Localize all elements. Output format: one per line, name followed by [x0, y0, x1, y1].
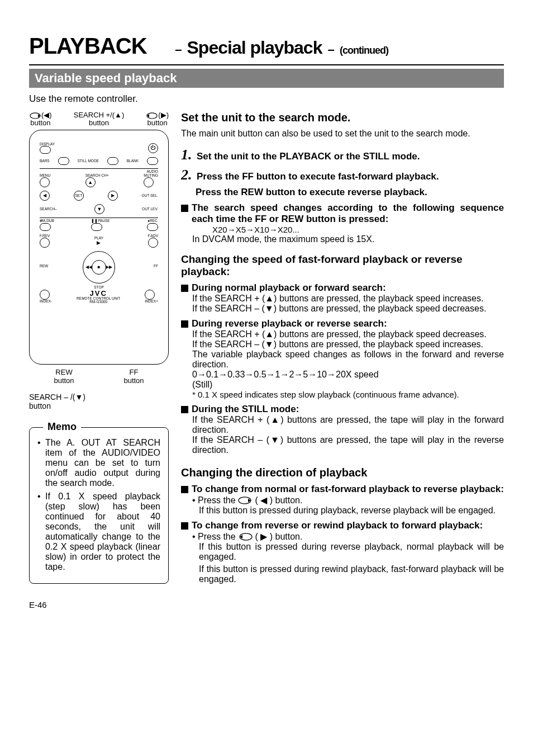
rc-rew: REW [40, 264, 48, 268]
blk3b: If the SEARCH – (▼) buttons are pressed,… [192, 339, 504, 349]
dvcam-note: In DVCAM mode, the maximum speed is 15X. [192, 234, 504, 244]
rc-indexm-btn [40, 290, 50, 300]
bullet-square-icon [181, 486, 188, 493]
rc-menu-btn [40, 177, 50, 187]
rc-stop: STOP [40, 286, 158, 290]
shuttle-left-icon [238, 497, 253, 504]
rc-blank-btn [147, 157, 158, 165]
rc-right-btn: ▶ [108, 191, 118, 201]
rc-left-btn: ◀ [40, 191, 50, 201]
rc-indexp: INDEX+ [145, 300, 158, 304]
blk6a: • Press the ( ▶ ) button. [192, 531, 504, 542]
step-2: 2. Press the FF button to execute fast-f… [181, 167, 504, 183]
block-to-reverse: To change from normal or fast-forward pl… [181, 484, 504, 495]
rc-outlev: OUT LEV. [142, 207, 158, 211]
section-bar: Variable speed playback [29, 69, 504, 88]
block-reverse: During reverse playback or reverse searc… [181, 318, 504, 329]
lbl-rew-1: REW [55, 368, 72, 376]
rc-indexm: INDEX- [40, 300, 52, 304]
title-sep1: – [175, 42, 181, 56]
rc-frev: F.REV [40, 234, 50, 238]
blk2b: If the SEARCH – (▼) buttons are pressed,… [192, 304, 504, 314]
step-1-text: Set the unit to the PLAYBACK or the STIL… [197, 151, 420, 162]
sm-l1: SEARCH – /(▼) [29, 393, 85, 401]
rc-rec: REC [150, 219, 158, 223]
rc-display: DISPLAY [40, 143, 55, 147]
block-to-forward: To change from reverse or rewind playbac… [181, 520, 504, 531]
rc-pause: PAUSE [98, 219, 110, 223]
rc-stillmode-btn [107, 157, 118, 165]
step-2b-text: Press the REW button to execute reverse … [196, 187, 504, 198]
lbl-right-name: button [147, 119, 168, 127]
shuttle-left-icon [29, 112, 41, 119]
intro-text: Use the remote controller. [29, 93, 504, 105]
page-number: E-46 [29, 600, 504, 609]
heading-change-speed: Changing the speed of fast-forward playb… [181, 253, 504, 278]
lbl-mid-1: SEARCH +/(▲) [74, 111, 125, 119]
blk5a-post: ( ◀ ) button. [255, 495, 303, 505]
shuttle-right-icon [238, 533, 253, 541]
rc-fadv-btn [148, 238, 158, 248]
block-search-speed-text: The search speed changes according to th… [192, 202, 504, 225]
lbl-rew-2: button [54, 376, 74, 385]
rc-blank: BLANK [127, 159, 139, 163]
lbl-left-icon: (◀) [41, 111, 52, 119]
lbl-mid-2: button [89, 119, 109, 127]
blk3a: If the SEARCH + (▲) buttons are pressed,… [192, 329, 504, 339]
title-sub: Special playback [187, 37, 322, 58]
memo-title: Memo [43, 421, 81, 433]
title-main: PLAYBACK [29, 34, 147, 58]
rc-set: SET [75, 194, 83, 198]
bullet-square-icon [181, 522, 188, 530]
lbl-ff-2: button [123, 376, 144, 385]
rc-bars-btn [58, 157, 69, 165]
rc-menu: MENU [40, 174, 50, 178]
search-minus-label: SEARCH – /(▼) button [29, 393, 169, 410]
title-sep2: – [328, 42, 334, 56]
step-2a-text: Press the FF button to execute fast-forw… [197, 171, 439, 182]
blk3f: * 0.1 X speed indicates step slow playba… [192, 390, 504, 399]
rc-stop-btn: ■ [92, 260, 106, 275]
rc-display-btn [40, 146, 51, 154]
blk6b: If this button is pressed during reverse… [199, 542, 504, 562]
heading-search-mode: Set the unit to the search mode. [181, 111, 504, 124]
rc-search-down-btn: ▼ [94, 204, 104, 214]
bullet-square-icon [181, 285, 188, 292]
para-main-unit: The main unit button can also be used to… [181, 129, 504, 139]
block-search-speed: The search speed changes according to th… [181, 202, 504, 225]
blk6a-pre: • Press the [192, 532, 238, 541]
sequence-text: X20→X5→X10→X20... [212, 225, 504, 234]
rc-bars: BARS [40, 159, 50, 163]
title-cont: (continued) [340, 45, 388, 56]
rc-adub: A.DUB [43, 219, 54, 223]
blk4b: If the SEARCH – (▼) buttons are pressed,… [192, 435, 504, 455]
rc-search-l: SEARCH [85, 173, 101, 177]
rc-search-up-btn: ▲ [85, 177, 96, 187]
rc-frev-btn [40, 238, 50, 248]
rc-unit2: RM-G3000 [77, 300, 120, 304]
rc-set-btn: SET [74, 191, 84, 201]
rc-muting-btn [144, 177, 154, 187]
bullet-square-icon [181, 320, 188, 328]
shuttle-right-icon [146, 112, 158, 119]
rc-stillmode: STILL MODE [78, 159, 99, 163]
blk4a: If the SEARCH + (▲) buttons are pressed,… [192, 415, 504, 435]
block-still-mode: During the STILL mode: [181, 404, 504, 415]
block-reverse-title: During reverse playback or reverse searc… [192, 318, 387, 329]
heading-change-direction: Changing the direction of playback [181, 466, 504, 479]
lbl-left-name: button [30, 119, 50, 127]
memo-bullet-2: If 0.1 X speed playback (step slow) has … [45, 492, 160, 572]
memo-bullet-1: The A. OUT AT SEARCH item of the AUDIO/V… [45, 438, 160, 488]
rc-outsel: OUT SEL. [141, 194, 158, 198]
bullet-square-icon [181, 205, 188, 212]
block-normal-forward: During normal playback or forward search… [181, 282, 504, 294]
lbl-ff-1: FF [130, 368, 139, 376]
blk6a-post: ( ▶ ) button. [255, 532, 303, 541]
blk5a-pre: • Press the [192, 495, 238, 505]
sm-l2: button [29, 401, 51, 410]
rc-searchminus: SEARCH– [40, 207, 57, 211]
rc-logo: JVC [77, 290, 120, 297]
rc-chplus: CH+ [102, 173, 109, 177]
block-still-title: During the STILL mode: [192, 404, 299, 415]
lbl-right-icon: (▶) [158, 111, 169, 119]
